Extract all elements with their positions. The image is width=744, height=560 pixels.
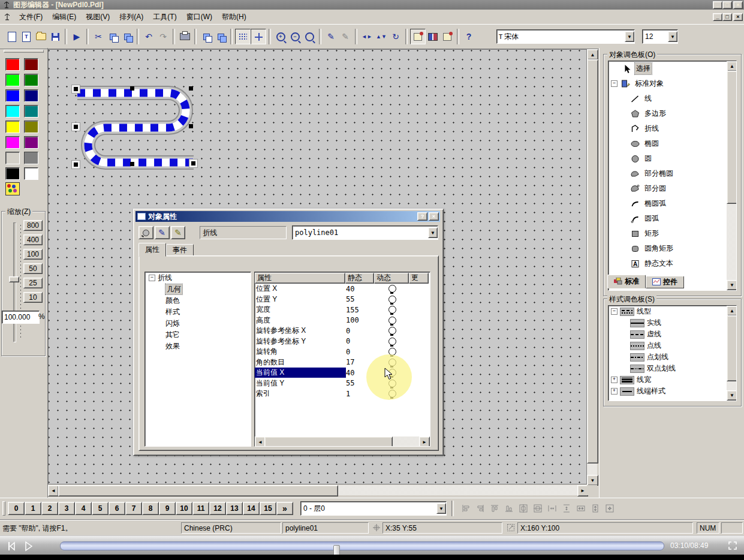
zoom-preset-25[interactable]: 25: [23, 278, 43, 288]
center-horizontal-button[interactable]: [516, 502, 531, 514]
header-attribute[interactable]: 属性: [255, 273, 345, 284]
menu-view[interactable]: 视图(V): [81, 10, 115, 24]
table-row[interactable]: 位置 X40: [255, 284, 430, 294]
dialog-close-button[interactable]: ×: [429, 212, 439, 221]
table-row[interactable]: 位置 Y55: [255, 294, 430, 305]
table-row[interactable]: 旋转参考坐标 Y0: [255, 336, 430, 347]
font-family-combo[interactable]: T 宋体 ▼: [496, 29, 635, 44]
zoom-out-button[interactable]: −: [288, 29, 302, 44]
font-dropdown-button[interactable]: ▼: [625, 31, 634, 42]
expand-icon[interactable]: +: [611, 377, 618, 383]
lamp-icon[interactable]: [388, 296, 396, 303]
style-palette-list[interactable]: − 线型 实线 虚线 点线 点划线 双点划线 + 线宽 + 线端样式: [608, 305, 737, 401]
zoom-preset-50[interactable]: 50: [23, 263, 43, 274]
style-group-line-type[interactable]: − 线型: [609, 306, 736, 317]
horizontal-scroll-thumb[interactable]: [58, 485, 338, 496]
flip-vertical-button[interactable]: ▲▼: [374, 29, 388, 44]
child-close-button[interactable]: ×: [733, 13, 743, 21]
color-swatch[interactable]: [24, 105, 38, 118]
table-row[interactable]: 高度100: [255, 315, 430, 326]
palette-item-arc[interactable]: 圆弧: [609, 211, 736, 226]
color-swatch[interactable]: [5, 105, 20, 118]
dynamic-pen-button[interactable]: ✎: [155, 226, 170, 239]
layer-button-15[interactable]: 15: [260, 502, 276, 515]
style-group-line-width[interactable]: + 线宽: [609, 374, 736, 386]
style-item-dash-dot-dot[interactable]: 双点划线: [609, 363, 736, 374]
paste-button[interactable]: [120, 29, 134, 44]
layer-button-4[interactable]: 4: [75, 502, 92, 515]
layer-button-14[interactable]: 14: [243, 502, 260, 515]
layer-button-2[interactable]: 2: [41, 502, 58, 515]
color-swatch[interactable]: [5, 136, 20, 149]
selection-handle[interactable]: [189, 159, 198, 168]
palette-item-polygon[interactable]: 多边形: [609, 106, 736, 121]
tree-item-effects[interactable]: 效果: [145, 341, 251, 352]
child-minimize-button[interactable]: _: [713, 13, 722, 21]
palette-item-select[interactable]: 选择: [609, 61, 736, 76]
scroll-up-button[interactable]: ▲: [587, 49, 598, 60]
header-dynamic[interactable]: 动态: [374, 273, 409, 284]
library-button[interactable]: [426, 29, 440, 44]
palette-group-standard-objects[interactable]: − 标准对象: [609, 76, 736, 91]
menu-edit[interactable]: 编辑(E): [47, 10, 81, 24]
palette-item-rectangle[interactable]: 矩形: [609, 226, 736, 241]
bring-front-button[interactable]: [199, 29, 213, 44]
tab-standard[interactable]: 标准: [607, 275, 646, 288]
style-item-dotted[interactable]: 点线: [609, 340, 736, 351]
scroll-down-button[interactable]: ▼: [727, 390, 737, 401]
expand-icon[interactable]: +: [611, 388, 618, 395]
align-left-button[interactable]: [459, 502, 473, 514]
selection-handle[interactable]: [130, 86, 134, 91]
scroll-down-button[interactable]: ▼: [727, 280, 737, 290]
tree-root-row[interactable]: − 折线: [145, 272, 251, 284]
layer-button-0[interactable]: 0: [8, 502, 25, 515]
tree-item-geometry[interactable]: 几何: [145, 284, 251, 295]
scroll-up-button[interactable]: ▲: [727, 61, 737, 71]
tree-item-style[interactable]: 样式: [145, 306, 251, 318]
grid-toggle-button[interactable]: [235, 29, 251, 44]
more-layers-button[interactable]: »: [276, 502, 293, 515]
color-swatch[interactable]: [24, 89, 38, 102]
palette-item-rounded-rectangle[interactable]: 圆角矩形: [609, 241, 736, 256]
layer-button-11[interactable]: 11: [192, 502, 209, 515]
print-button[interactable]: [177, 29, 192, 44]
layer-select-combo[interactable]: 0 - 层0 ▼: [300, 501, 447, 516]
scroll-left-button[interactable]: ◄: [48, 485, 59, 496]
custom-color-button[interactable]: [5, 182, 20, 195]
menu-arrange[interactable]: 排列(A): [115, 10, 148, 24]
table-row[interactable]: 旋转参考坐标 X0: [255, 326, 430, 336]
redo-button[interactable]: ↷: [156, 29, 170, 44]
object-palette-list[interactable]: 选择 − 标准对象 线 多边形 折线 椭圆 圆 部分椭圆 部分圆 椭圆弧 圆弧 …: [608, 61, 737, 291]
rotate-button[interactable]: ↻: [388, 29, 403, 44]
align-right-button[interactable]: [473, 502, 487, 514]
palette-item-line[interactable]: 线: [609, 91, 736, 106]
selection-handle[interactable]: [71, 122, 80, 131]
distribute-vertical-button[interactable]: [559, 502, 574, 514]
palette-item-static-text[interactable]: A静态文本: [609, 256, 736, 271]
color-swatch[interactable]: [24, 121, 38, 133]
undo-button[interactable]: ↶: [141, 29, 156, 44]
copy-button[interactable]: [106, 29, 120, 44]
same-height-button[interactable]: [588, 502, 603, 514]
list-horizontal-scrollbar[interactable]: ◄ ►: [255, 436, 429, 446]
layer-button-7[interactable]: 7: [125, 502, 142, 515]
selection-handle[interactable]: [71, 85, 80, 94]
vertical-scroll-thumb[interactable]: [727, 71, 737, 204]
layer-button-6[interactable]: 6: [109, 502, 125, 515]
menu-window[interactable]: 窗口(W): [182, 10, 217, 24]
layer-dropdown-button[interactable]: ▼: [436, 503, 446, 514]
style-scrollbar[interactable]: ▲ ▼: [727, 306, 736, 399]
tab-controls[interactable]: 控件: [646, 276, 684, 288]
play-button[interactable]: [23, 541, 34, 552]
zoom-slider-track[interactable]: [13, 222, 16, 342]
object-name-combo[interactable]: polyline01 ▼: [292, 225, 438, 240]
zoom-preset-400[interactable]: 400: [23, 234, 43, 245]
align-bottom-button[interactable]: [502, 502, 516, 514]
minimize-button[interactable]: _: [713, 1, 722, 9]
horizontal-scroll-thumb[interactable]: [264, 436, 393, 447]
font-size-combo[interactable]: 12 ▼: [642, 29, 678, 44]
property-tree-panel[interactable]: − 折线 几何 颜色 样式 闪烁 其它 效果: [144, 272, 251, 447]
video-progress-bar[interactable]: [60, 541, 664, 550]
header-static[interactable]: 静态: [345, 273, 374, 284]
header-update[interactable]: 更: [409, 273, 429, 284]
